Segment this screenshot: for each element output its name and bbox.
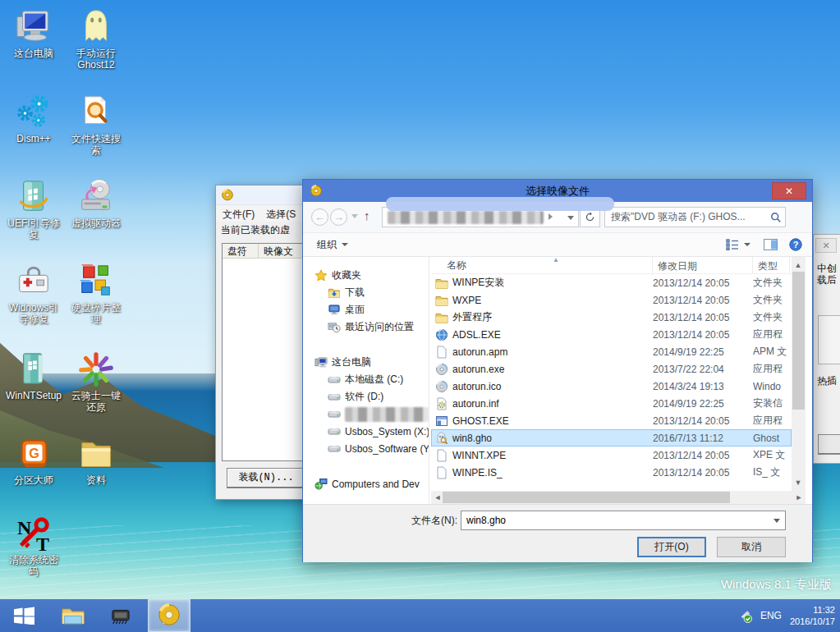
address-dropdown-icon[interactable] [567, 216, 574, 220]
column-type[interactable]: 类型 [753, 257, 790, 273]
file-name: WXPE [452, 295, 481, 306]
desktop: 这台电脑手动运行 Ghost12Dism++文件快速搜索UEFI引导修复虚拟驱动… [0, 0, 840, 632]
select-image-file-dialog[interactable]: 选择映像文件 ✕ ← → ↑ 搜索"DVD 驱动器 (F:) GHOS... [302, 179, 813, 562]
desktop-icon-folder[interactable]: 资料 [67, 433, 125, 486]
desktop-icon-gears[interactable]: Dism++ [5, 92, 62, 144]
start-button[interactable] [7, 599, 41, 632]
desktop-icon-ntkey[interactable]: NT清除系统密码 [5, 513, 62, 577]
file-row[interactable]: 外置程序2013/12/14 20:05文件夹 [431, 309, 792, 326]
sidebar-item-label: 本地磁盘 (C:) [345, 373, 403, 387]
file-row[interactable]: autorun.apm2014/9/19 22:25APM 文 [431, 343, 792, 360]
file-row[interactable]: autorun.exe2013/7/22 22:04应用程 [431, 360, 792, 378]
file-explorer-taskbar-icon[interactable] [56, 599, 90, 632]
column-drive-letter[interactable]: 盘符 [223, 244, 259, 258]
refresh-icon [585, 212, 595, 222]
desktop-icon-docsearch[interactable]: 文件快速搜索 [67, 92, 125, 156]
sidebar-item-label: 下载 [345, 286, 365, 300]
desktop-icon-vdrive[interactable]: 虚拟驱动器 [67, 176, 125, 229]
desktop-icon-starburst[interactable]: 云骑士一键还原 [67, 349, 125, 413]
drive-icon [328, 391, 341, 403]
menu-select[interactable]: 选择(S [266, 208, 296, 219]
file-row[interactable]: WINPE安装2013/12/14 20:05文件夹 [431, 274, 792, 291]
sidebar-item[interactable]: 收藏夹 [303, 267, 429, 284]
sidebar-item[interactable]: 软件 (D:) [303, 388, 429, 405]
desktop-icon-partition[interactable]: G分区大师 [5, 433, 62, 486]
column-date-modified[interactable]: 修改日期 [653, 257, 753, 273]
filename-label: 文件名(N): [385, 514, 457, 528]
file-row[interactable]: autorun.inf2014/9/19 22:25安装信 [431, 395, 792, 412]
breadcrumb-chevron-icon[interactable] [549, 213, 553, 220]
sidebar-item[interactable]: 最近访问的位置 [303, 318, 429, 336]
file-date: 2013/12/14 20:05 [653, 277, 753, 289]
clipped-button[interactable] [818, 434, 840, 455]
back-button[interactable]: ← [311, 208, 328, 226]
close-button[interactable]: ✕ [772, 182, 806, 199]
file-name: autorun.apm [452, 346, 507, 358]
view-list-icon[interactable] [726, 239, 739, 250]
sidebar-item[interactable]: 下载 [303, 284, 429, 301]
discapp-icon [435, 363, 448, 376]
desktop-icon-defrag[interactable]: 硬盘碎片整理 [67, 261, 125, 325]
open-button[interactable]: 打开(O) [637, 537, 706, 557]
virtual-drive-taskbar-icon[interactable] [148, 599, 190, 632]
desktop-icon-ghost[interactable]: 手动运行 Ghost12 [67, 7, 125, 71]
history-dropdown-icon[interactable] [351, 214, 358, 218]
scroll-up-icon[interactable]: ▲ [792, 259, 805, 272]
file-row[interactable]: ADSL.EXE2013/12/14 20:05应用程 [431, 326, 792, 343]
file-date: 2014/9/19 22:25 [653, 398, 753, 410]
group-box [818, 315, 840, 364]
desktop-icon-computer[interactable]: 这台电脑 [5, 7, 62, 59]
organize-button[interactable]: 组织 [317, 238, 337, 252]
desktop-icon-setupbox[interactable]: WinNTSetup [5, 349, 62, 401]
filename-input[interactable]: win8.gho [461, 511, 786, 530]
taskbar-clock[interactable]: 11:32 2016/10/17 [790, 604, 835, 627]
file-row-selected[interactable]: win8.gho2016/7/13 11:12Ghost [431, 429, 792, 447]
view-dropdown-icon[interactable] [744, 243, 750, 246]
sidebar-item-censored[interactable] [303, 405, 429, 423]
language-indicator[interactable]: ENG [760, 610, 782, 621]
file-row[interactable]: WINNT.XPE2013/12/14 20:05XPE 文 [431, 447, 792, 464]
file-name: autorun.ico [452, 381, 501, 392]
sidebar-item[interactable]: 这台电脑 [303, 354, 429, 371]
mount-button[interactable]: 装载(N)... [227, 468, 305, 488]
windows-logo-icon [14, 607, 34, 625]
sidebar-item[interactable]: Usbos_System (X:) [303, 423, 429, 440]
file-row[interactable]: autorun.ico2014/3/24 19:13Windo [431, 378, 792, 395]
background-window-right[interactable]: ✕ 中创 载后 热插 [813, 234, 840, 464]
help-icon[interactable]: ? [789, 238, 802, 251]
sidebar-item-label: Usbos_System (X:) [345, 426, 429, 437]
sidebar-item[interactable]: Usbos_Software (Y [303, 440, 429, 457]
close-icon[interactable]: ✕ [815, 238, 837, 253]
scroll-right-icon[interactable]: ► [792, 491, 806, 504]
cancel-button[interactable]: 取消 [717, 537, 786, 557]
file-name: WINNT.XPE [452, 450, 506, 461]
forward-button[interactable]: → [330, 208, 347, 226]
menu-file[interactable]: 文件(F) [223, 208, 255, 219]
starburst-icon [77, 350, 115, 388]
file-row[interactable]: WXPE2013/12/14 20:05文件夹 [431, 291, 792, 309]
organize-dropdown-icon[interactable] [342, 243, 348, 246]
scrollbar-thumb[interactable] [443, 492, 730, 503]
file-type: Ghost [753, 433, 790, 444]
search-box[interactable]: 搜索"DVD 驱动器 (F:) GHOS... [604, 207, 786, 227]
vertical-scrollbar[interactable]: ▲ ▼ [792, 257, 806, 491]
desktop-icon-label: Dism++ [5, 133, 62, 144]
file-date: 2014/9/19 22:25 [653, 346, 753, 358]
column-name[interactable]: 名称 ▲ [431, 257, 653, 273]
file-row[interactable]: GHOST.EXE2013/12/14 20:05应用程 [431, 412, 792, 429]
up-button[interactable]: ↑ [364, 208, 370, 222]
filename-dropdown-icon[interactable] [773, 519, 780, 523]
file-row[interactable]: WINPE.IS_2013/12/14 20:05IS_ 文 [431, 464, 792, 481]
desktop-icon-toolbox[interactable]: Widnows引导修复 [5, 261, 62, 325]
sidebar-item[interactable]: Computers and Dev [303, 475, 429, 491]
sidebar-item[interactable]: 本地磁盘 (C:) [303, 371, 429, 388]
scroll-down-icon[interactable]: ▼ [792, 476, 805, 489]
page-icon [435, 346, 448, 359]
ramdisk-taskbar-icon[interactable] [103, 599, 138, 632]
sidebar-item[interactable]: 桌面 [303, 301, 429, 318]
desktop-icon-uefi[interactable]: UEFI引导修复 [5, 176, 62, 240]
preview-pane-icon[interactable] [764, 239, 778, 250]
usb-safely-remove-icon[interactable] [738, 609, 752, 623]
scrollbar-thumb[interactable] [792, 272, 805, 410]
horizontal-scrollbar[interactable]: ◄ ► [431, 491, 806, 504]
